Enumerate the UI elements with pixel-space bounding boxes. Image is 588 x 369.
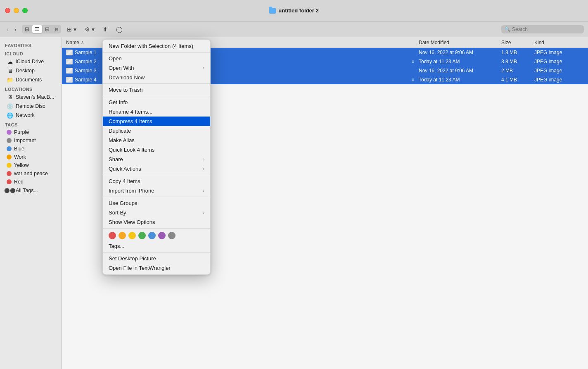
menu-item-open[interactable]: Open: [103, 54, 210, 63]
toolbar: ‹ › ⊞ ☰ ⊟ ⊟ ⊞ ▾ ⚙ ▾ ⬆ ◯ 🔍: [0, 21, 588, 37]
file-name-text: Sample 2: [75, 59, 97, 64]
menu-item-sort-by[interactable]: Sort By ›: [103, 208, 210, 217]
tag-color-yellow[interactable]: [128, 232, 136, 239]
sidebar-item-label: Red: [14, 179, 24, 185]
sidebar-item-documents[interactable]: 📁 Documents: [2, 75, 60, 84]
submenu-arrow: ›: [203, 167, 204, 171]
menu-item-duplicate[interactable]: Duplicate: [103, 126, 210, 136]
war-peace-tag-dot: [7, 171, 12, 176]
sidebar-item-label: Steven's MacB...: [16, 94, 54, 100]
view-icons-button[interactable]: ⊞: [22, 25, 32, 33]
sidebar-item-blue[interactable]: Blue: [2, 145, 60, 153]
tag-color-red[interactable]: [109, 232, 116, 239]
menu-item-set-desktop-picture[interactable]: Set Desktop Picture: [103, 254, 210, 263]
important-tag-dot: [7, 138, 12, 143]
menu-item-move-to-trash[interactable]: Move to Trash: [103, 85, 210, 95]
network-icon: 🌐: [7, 112, 13, 119]
col-header-kind[interactable]: Kind: [534, 40, 584, 45]
sidebar-item-work[interactable]: Work: [2, 153, 60, 161]
menu-item-make-alias[interactable]: Make Alias: [103, 136, 210, 145]
sidebar-item-icloud-drive[interactable]: ☁ iCloud Drive: [2, 57, 60, 66]
sidebar-item-label: Yellow: [14, 162, 29, 168]
work-tag-dot: [7, 155, 12, 160]
gallery-view-icon: ⊟: [55, 27, 58, 32]
sidebar-item-remote-disc[interactable]: 💿 Remote Disc: [2, 102, 60, 111]
sidebar-item-label: Work: [14, 154, 26, 160]
sidebar-item-all-tags[interactable]: ⚫⚫ All Tags...: [2, 186, 60, 195]
gear-icon: ⚙ ▾: [85, 26, 95, 33]
sidebar-item-network[interactable]: 🌐 Network: [2, 111, 60, 120]
window-title: untitled folder 2: [269, 7, 319, 14]
menu-item-import-from-iphone[interactable]: Import from iPhone ›: [103, 186, 210, 195]
col-header-size[interactable]: Size: [501, 40, 534, 45]
search-input[interactable]: [512, 26, 574, 32]
menu-item-rename-4-items[interactable]: Rename 4 Items...: [103, 107, 210, 117]
tag-color-purple[interactable]: [158, 232, 166, 239]
menu-item-label: Use Groups: [109, 200, 137, 206]
minimize-button[interactable]: [14, 8, 19, 13]
menu-item-use-groups[interactable]: Use Groups: [103, 198, 210, 208]
col-header-date[interactable]: Date Modified: [419, 40, 501, 45]
menu-item-open-with[interactable]: Open With ›: [103, 63, 210, 73]
forward-button[interactable]: ›: [12, 25, 19, 34]
menu-separator-4: [103, 175, 210, 175]
menu-item-copy-4-items[interactable]: Copy 4 Items: [103, 176, 210, 186]
file-date-sample3: Nov 16, 2022 at 9:06 AM: [419, 68, 501, 74]
icloud-download-icon-sample4: ⬇: [411, 78, 415, 82]
sidebar-item-important[interactable]: Important: [2, 136, 60, 145]
view-list-button[interactable]: ☰: [32, 25, 42, 33]
menu-item-label: Tags...: [109, 243, 124, 249]
menu-item-compress-4-items[interactable]: Compress 4 Items: [103, 117, 210, 126]
icloud-download-icon-sample2: ⬇: [411, 60, 415, 64]
menu-item-label: Show View Options: [109, 219, 155, 225]
locations-label: Locations: [0, 84, 62, 93]
sidebar-item-label: Network: [16, 112, 35, 118]
sidebar-item-yellow[interactable]: Yellow: [2, 161, 60, 169]
share-button[interactable]: ⬆: [100, 25, 110, 34]
file-thumbnail-sample2: [66, 59, 73, 64]
sidebar-item-red[interactable]: Red: [2, 178, 60, 186]
sidebar-item-label: All Tags...: [16, 188, 38, 193]
tag-button[interactable]: ◯: [114, 25, 125, 34]
menu-item-label: Share: [109, 156, 123, 162]
menu-item-share[interactable]: Share ›: [103, 155, 210, 164]
sidebar-item-desktop[interactable]: 🖥 Desktop: [2, 66, 60, 75]
menu-item-label: Import from iPhone: [109, 188, 154, 194]
sidebar-item-war-and-peace[interactable]: war and peace: [2, 169, 60, 178]
view-columns-button[interactable]: ⊟: [43, 25, 52, 33]
menu-item-open-file-textwrangler[interactable]: Open File in TextWrangler: [103, 263, 210, 273]
file-size-sample1: 1.8 MB: [501, 50, 534, 55]
name-col-label: Name: [66, 40, 79, 45]
icloud-drive-icon: ☁: [7, 58, 13, 65]
menu-item-get-info[interactable]: Get Info: [103, 98, 210, 107]
view-group-button[interactable]: ⊞ ▾: [64, 25, 79, 34]
sidebar-item-purple[interactable]: Purple: [2, 128, 60, 136]
titlebar: untitled folder 2: [0, 0, 588, 21]
file-name-text: Sample 1: [75, 50, 97, 55]
menu-item-download-now[interactable]: Download Now: [103, 73, 210, 82]
nav-buttons: ‹ ›: [4, 25, 19, 34]
submenu-arrow: ›: [203, 66, 204, 70]
close-button[interactable]: [5, 8, 10, 13]
disc-icon: 💿: [7, 103, 13, 110]
tag-color-blue[interactable]: [148, 232, 156, 239]
maximize-button[interactable]: [22, 8, 28, 13]
back-button[interactable]: ‹: [4, 25, 11, 34]
menu-item-new-folder-selection[interactable]: New Folder with Selection (4 Items): [103, 41, 210, 51]
tag-color-green[interactable]: [138, 232, 146, 239]
menu-item-tags[interactable]: Tags...: [103, 241, 210, 251]
menu-separator-1: [103, 52, 210, 52]
menu-item-show-view-options[interactable]: Show View Options: [103, 217, 210, 227]
view-gallery-button[interactable]: ⊟: [52, 25, 61, 33]
all-tags-icon: ⚫⚫: [7, 187, 13, 194]
action-button[interactable]: ⚙ ▾: [82, 25, 97, 34]
menu-item-quick-actions[interactable]: Quick Actions ›: [103, 164, 210, 174]
file-size-sample4: 4.1 MB: [501, 77, 534, 83]
sidebar-item-stevens-mac[interactable]: 🖥 Steven's MacB...: [2, 93, 60, 102]
menu-tags-row: [103, 230, 210, 241]
menu-item-quick-look-4-items[interactable]: Quick Look 4 Items: [103, 145, 210, 155]
context-menu[interactable]: New Folder with Selection (4 Items) Open…: [102, 39, 211, 275]
blue-tag-dot: [7, 146, 12, 151]
tag-color-gray[interactable]: [168, 232, 175, 239]
tag-color-orange[interactable]: [119, 232, 126, 239]
